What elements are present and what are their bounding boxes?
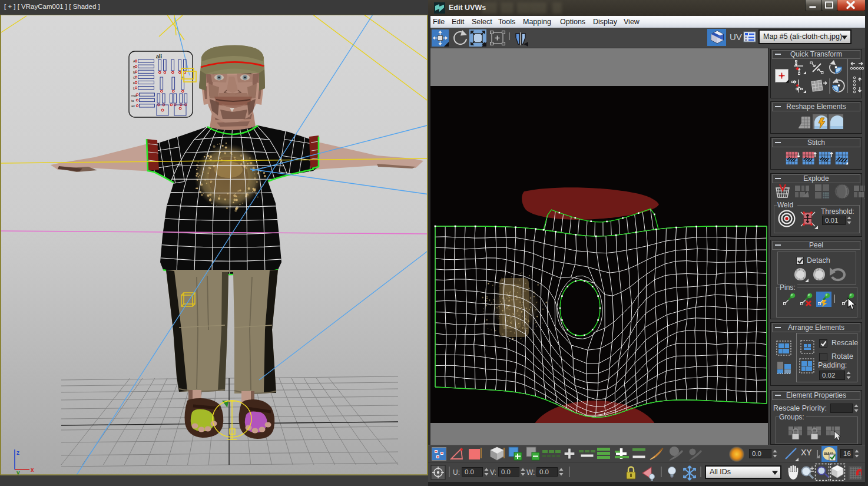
svg-text:x: x <box>31 467 34 473</box>
svg-text:ali: ali <box>156 54 162 59</box>
svg-text:z: z <box>16 449 19 456</box>
svg-text:ta: ta <box>131 99 134 103</box>
svg-text:ad: ad <box>131 104 135 108</box>
svg-text:[ + ] [ VRayCam001 ] [ Shaded: [ + ] [ VRayCam001 ] [ Shaded ] <box>4 3 100 10</box>
svg-text:L: L <box>133 87 135 90</box>
